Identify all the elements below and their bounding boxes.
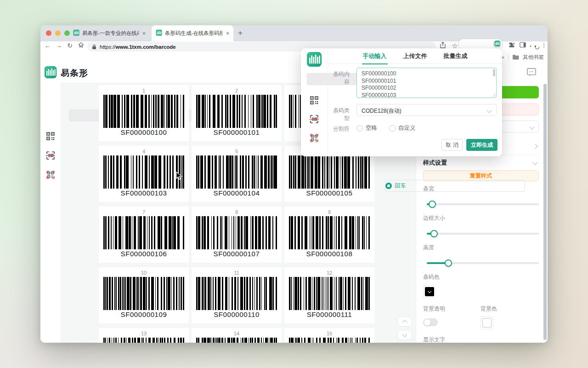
home-icon[interactable] <box>76 42 85 49</box>
page-scrollbar[interactable] <box>543 84 547 340</box>
textarea-scrollbar[interactable] <box>493 69 495 76</box>
card-label: SF000000103 <box>121 189 167 197</box>
slider-handle[interactable] <box>445 259 452 267</box>
minimize-window-button[interactable] <box>55 30 61 36</box>
barcode-content-textarea-wrap <box>356 68 497 98</box>
other-bookmarks-label[interactable]: 其他书签 <box>523 54 544 61</box>
barcode-card[interactable]: 5SF000000104 <box>192 146 282 202</box>
barcode-scan-tool-icon[interactable] <box>43 148 58 163</box>
barcode-card[interactable]: 4SF000000103 <box>99 146 189 202</box>
bg-color-label: 背景色 <box>481 305 497 311</box>
qrcode-tool-icon[interactable] <box>43 129 58 144</box>
barcode-color-picker[interactable] <box>423 285 436 298</box>
browser-tab-1[interactable]: 易条形-一款专业的在线条形码生 × <box>69 25 150 41</box>
bg-transparent-toggle[interactable] <box>423 318 438 326</box>
separator-field-label: 分割符 <box>328 125 350 133</box>
back-icon[interactable]: ← <box>43 42 52 49</box>
barcode-card[interactable]: 7SF000000106 <box>99 207 189 263</box>
height-label: 高度 <box>423 244 434 250</box>
tab-title: 易条形-一款专业的在线条形码生 <box>82 30 139 37</box>
barcode-scan-tool-icon[interactable] <box>307 112 322 126</box>
card-label: SF000000106 <box>121 250 167 258</box>
bg-color-picker[interactable] <box>481 316 493 329</box>
radio-custom[interactable]: 自定义 <box>389 124 416 132</box>
barcode-card[interactable]: 12SF000000111 <box>284 267 374 323</box>
barcode-card[interactable]: 1SF000000100 <box>99 85 189 141</box>
lock-icon <box>92 44 96 50</box>
site-favicon <box>156 29 162 38</box>
reload-icon[interactable]: ↻ <box>65 42 74 49</box>
tab-close-icon[interactable]: × <box>226 30 229 37</box>
new-tab-button[interactable]: + <box>238 29 243 37</box>
site-favicon <box>73 29 79 38</box>
tab-batch-generate[interactable]: 批量生成 <box>443 48 469 64</box>
card-label: SF000000104 <box>214 189 260 197</box>
tab-upload-file[interactable]: 上传文件 <box>402 48 428 64</box>
tab-title: 条形码生成-在线条形码批量生成 <box>165 30 222 37</box>
barcode-extension-popup: 手动输入 上传文件 批量生成 条码内容 条码类型 CODE128(自动) 分割符… <box>301 48 502 156</box>
app-logo <box>306 52 322 69</box>
barcode-card[interactable]: 11SF000000110 <box>192 267 282 323</box>
style-settings-header[interactable]: 样式设置 <box>423 159 539 167</box>
browser-tab-2-active[interactable]: 条形码生成-在线条形码批量生成 × <box>152 25 233 41</box>
url-text: https://www.1txm.com/barcode <box>100 44 176 50</box>
type-field-label: 条码类型 <box>328 107 350 122</box>
close-window-button[interactable] <box>46 30 51 36</box>
height-slider[interactable] <box>423 259 539 267</box>
extension-icon-highlight[interactable] <box>493 40 502 49</box>
qrcode-scan-tool-icon[interactable] <box>43 167 58 182</box>
border-size-label: 边框大小 <box>423 214 445 221</box>
collapse-chevron-icon[interactable] <box>532 160 537 165</box>
qrcode-tool-icon[interactable] <box>307 93 322 108</box>
radio-space[interactable]: 空格 <box>356 124 377 132</box>
generate-now-button[interactable]: 立即生成 <box>466 139 498 151</box>
card-label: SF000000108 <box>306 250 353 258</box>
card-label: SF000000101 <box>214 128 260 137</box>
barcode-extension-icon[interactable] <box>494 40 500 48</box>
barcode-type-select[interactable]: CODE128(自动) <box>356 104 497 116</box>
popup-content: 手动输入 上传文件 批量生成 条码内容 条码类型 CODE128(自动) 分割符… <box>328 48 502 156</box>
barcode-card[interactable]: 13 <box>99 328 189 343</box>
tab-close-icon[interactable]: × <box>142 30 146 37</box>
card-label: SF000000111 <box>307 310 352 319</box>
slider-handle[interactable] <box>429 201 436 208</box>
select-chevron-icon <box>486 108 492 113</box>
site-logo[interactable] <box>44 66 57 80</box>
barcode-content-textarea[interactable] <box>357 68 496 98</box>
card-number: 8 <box>235 209 238 215</box>
cancel-button[interactable]: 取 消 <box>441 139 463 151</box>
barcode-card[interactable]: 2SF000000101 <box>192 85 282 141</box>
browser-menu-dots-icon[interactable]: ⋮ <box>539 42 548 49</box>
card-number: 11 <box>234 270 239 276</box>
tab-manual-input[interactable]: 手动输入 <box>362 48 388 64</box>
divider <box>508 54 509 60</box>
slider-handle[interactable] <box>430 230 438 237</box>
scroll-up-button[interactable] <box>397 316 412 327</box>
side-panel-icon[interactable] <box>518 42 527 49</box>
radio-dot <box>385 183 392 189</box>
barcode-card[interactable]: 10SF000000109 <box>99 267 189 323</box>
feedback-chat-icon[interactable] <box>526 68 537 79</box>
show-text-label: 显示文字 <box>423 336 445 342</box>
extensions-puzzle-icon[interactable] <box>507 42 516 50</box>
resize-handle-icon[interactable] <box>492 93 496 97</box>
radio-enter[interactable]: 回车 <box>385 180 525 192</box>
site-brand: 易条形 <box>61 67 88 79</box>
card-label: SF000000107 <box>214 250 260 258</box>
barcode-type-value: CODE128(自动) <box>362 107 401 115</box>
card-number: 12 <box>327 270 332 276</box>
popup-icon-rail <box>301 48 328 156</box>
card-label: SF000000109 <box>121 310 167 319</box>
radio-dot <box>356 125 363 132</box>
card-label: SF000000100 <box>121 128 167 137</box>
barcode-card[interactable]: 14 <box>192 328 282 343</box>
barcode-card[interactable]: 9SF000000108 <box>284 207 374 263</box>
forward-icon[interactable]: → <box>54 42 63 49</box>
qrcode-scan-tool-icon[interactable] <box>307 131 322 145</box>
scroll-down-button[interactable] <box>397 330 412 340</box>
barcode-card[interactable]: 15 <box>284 328 374 343</box>
barcode-card[interactable]: 8SF000000107 <box>192 207 282 263</box>
color-chevron-icon <box>428 289 431 293</box>
border-size-slider[interactable] <box>423 230 539 237</box>
bar-width-slider[interactable] <box>423 201 539 208</box>
